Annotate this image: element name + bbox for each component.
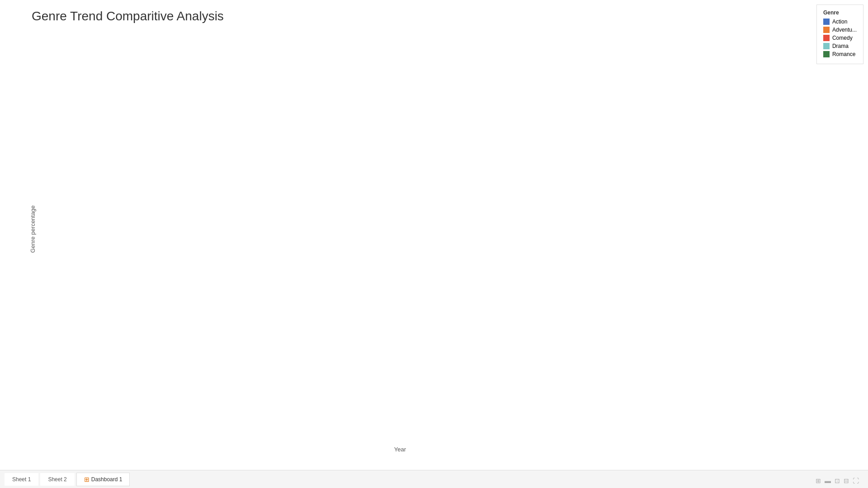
svg-rect-109 <box>238 117 249 142</box>
svg-rect-199 <box>467 192 478 235</box>
svg-rect-171 <box>404 352 415 394</box>
icon-grid[interactable]: ⊞ <box>816 477 821 484</box>
svg-rect-271 <box>659 369 670 394</box>
svg-rect-208 <box>493 239 504 259</box>
icon-fit[interactable]: ⊡ <box>835 477 840 484</box>
svg-rect-119 <box>264 176 274 192</box>
svg-rect-49 <box>85 92 96 117</box>
svg-rect-177 <box>416 243 427 360</box>
svg-text:0.35: 0.35 <box>46 244 55 250</box>
svg-rect-83 <box>175 125 185 167</box>
svg-rect-273 <box>659 230 670 256</box>
svg-rect-90 <box>187 88 198 113</box>
svg-rect-169 <box>391 159 402 197</box>
svg-rect-128 <box>289 188 300 222</box>
svg-text:0.75: 0.75 <box>46 76 55 82</box>
svg-rect-143 <box>327 184 338 217</box>
svg-rect-40 <box>60 88 71 96</box>
svg-rect-163 <box>378 159 389 210</box>
svg-rect-281 <box>684 373 695 394</box>
svg-rect-277 <box>671 255 682 369</box>
svg-rect-299 <box>722 205 733 256</box>
legend-item-adventure: Adventu... <box>823 27 857 33</box>
svg-rect-150 <box>340 142 351 163</box>
svg-rect-86 <box>187 327 198 394</box>
svg-rect-98 <box>212 146 223 184</box>
svg-rect-95 <box>200 100 211 121</box>
svg-rect-157 <box>365 213 376 339</box>
svg-rect-266 <box>646 373 656 394</box>
svg-rect-120 <box>264 163 274 176</box>
svg-rect-70 <box>136 41 147 58</box>
svg-rect-187 <box>442 255 453 373</box>
legend-title: Genre <box>823 9 857 16</box>
svg-rect-94 <box>200 121 211 142</box>
svg-rect-247 <box>595 243 606 369</box>
svg-rect-172 <box>404 235 415 352</box>
svg-rect-180 <box>416 117 427 155</box>
svg-rect-260 <box>620 121 631 176</box>
svg-rect-127 <box>289 222 300 348</box>
legend-label-comedy: Comedy <box>832 35 853 41</box>
svg-rect-291 <box>709 381 720 394</box>
svg-rect-270 <box>646 125 656 184</box>
svg-rect-72 <box>149 150 160 319</box>
svg-rect-230 <box>544 104 555 159</box>
svg-rect-85 <box>175 79 185 100</box>
svg-rect-222 <box>531 235 542 361</box>
svg-rect-186 <box>442 373 453 394</box>
svg-text:0.20: 0.20 <box>46 307 55 313</box>
svg-rect-167 <box>391 235 402 352</box>
svg-rect-103 <box>225 138 236 176</box>
svg-rect-244 <box>582 167 593 209</box>
svg-rect-288 <box>697 239 708 264</box>
svg-text:1991: 1991 <box>565 400 576 411</box>
svg-rect-248 <box>595 213 606 243</box>
svg-rect-219 <box>519 201 529 243</box>
icon-expand[interactable]: ⊟ <box>844 477 849 484</box>
legend-item-drama: Drama <box>823 43 857 49</box>
svg-rect-154 <box>353 163 363 188</box>
svg-rect-81 <box>175 327 185 394</box>
svg-text:0.05: 0.05 <box>46 371 55 376</box>
svg-rect-44 <box>72 100 83 129</box>
svg-rect-66 <box>136 327 147 394</box>
svg-rect-84 <box>175 100 185 125</box>
svg-rect-117 <box>264 226 274 343</box>
tab-sheet1[interactable]: Sheet 1 <box>5 473 38 486</box>
icon-list[interactable]: ▬ <box>825 477 831 484</box>
svg-rect-296 <box>722 385 733 394</box>
svg-rect-309 <box>748 201 759 255</box>
icon-fullscreen[interactable]: ⛶ <box>853 477 859 484</box>
svg-rect-67 <box>136 150 147 327</box>
svg-rect-206 <box>493 377 504 394</box>
svg-rect-52 <box>98 163 109 348</box>
svg-rect-216 <box>519 381 529 394</box>
svg-rect-62 <box>123 159 134 348</box>
svg-rect-250 <box>595 104 606 163</box>
svg-rect-38 <box>60 129 71 171</box>
svg-rect-297 <box>722 277 733 386</box>
comedy-swatch <box>823 35 830 41</box>
svg-text:1943: 1943 <box>259 400 270 411</box>
svg-rect-61 <box>123 348 134 394</box>
svg-rect-58 <box>111 125 122 167</box>
svg-rect-261 <box>633 373 644 394</box>
svg-rect-153 <box>353 188 363 218</box>
svg-rect-102 <box>225 176 236 323</box>
svg-rect-204 <box>480 197 491 239</box>
svg-rect-96 <box>212 331 223 394</box>
svg-rect-45 <box>72 83 83 100</box>
svg-rect-232 <box>557 235 567 361</box>
svg-text:2015: 2015 <box>717 400 728 411</box>
svg-rect-121 <box>276 348 287 394</box>
svg-text:2007: 2007 <box>667 400 678 411</box>
svg-text:0.70: 0.70 <box>46 97 55 103</box>
svg-text:1919: 1919 <box>106 400 117 411</box>
tab-sheet2[interactable]: Sheet 2 <box>40 473 74 486</box>
svg-rect-76 <box>162 314 173 394</box>
svg-rect-258 <box>620 226 631 255</box>
legend-label-drama: Drama <box>832 43 849 49</box>
tab-dashboard1[interactable]: ⊞ Dashboard 1 <box>76 473 130 486</box>
svg-text:0.25: 0.25 <box>46 286 55 292</box>
